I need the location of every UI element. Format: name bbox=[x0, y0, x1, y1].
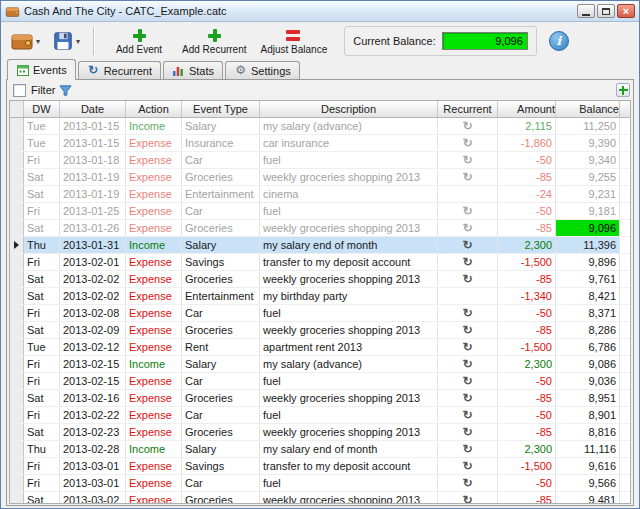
table-cell: Salary bbox=[182, 118, 260, 134]
table-cell bbox=[10, 220, 24, 236]
table-cell: fuel bbox=[260, 203, 438, 219]
table-row[interactable]: Sat2013-01-19ExpenseGroceriesweekly groc… bbox=[10, 169, 630, 186]
table-row[interactable]: Sat2013-02-09ExpenseGroceriesweekly groc… bbox=[10, 322, 630, 339]
table-cell: 9,231 bbox=[556, 186, 620, 202]
recurrent-icon: ↻ bbox=[462, 408, 472, 422]
table-row[interactable]: Sat2013-03-02ExpenseGroceriesweekly groc… bbox=[10, 492, 630, 504]
table-cell: ↻ bbox=[438, 152, 498, 168]
maximize-button[interactable] bbox=[597, 4, 615, 18]
column-header[interactable]: DW bbox=[24, 101, 60, 117]
table-cell: Sat bbox=[24, 322, 60, 338]
table-cell: Salary bbox=[182, 441, 260, 457]
table-cell: Expense bbox=[126, 271, 182, 287]
table-row[interactable]: Fri2013-01-18ExpenseCarfuel↻-509,340 bbox=[10, 152, 630, 169]
open-dropdown-arrow[interactable]: ▾ bbox=[36, 37, 40, 46]
table-cell: 2013-03-02 bbox=[60, 492, 126, 504]
table-row[interactable]: Tue2013-02-12ExpenseRentapartment rent 2… bbox=[10, 339, 630, 356]
table-cell: Entertainment bbox=[182, 186, 260, 202]
table-row[interactable]: Fri2013-02-15ExpenseCarfuel↻-509,036 bbox=[10, 373, 630, 390]
table-row[interactable]: Fri2013-02-15IncomeSalarymy salary (adva… bbox=[10, 356, 630, 373]
table-cell: 2,300 bbox=[498, 356, 556, 372]
table-cell: 8,371 bbox=[556, 305, 620, 321]
table-cell: 11,396 bbox=[556, 237, 620, 253]
add-event-button[interactable]: Add Event bbox=[110, 28, 168, 55]
table-row[interactable]: Fri2013-01-25ExpenseCarfuel↻-509,181 bbox=[10, 203, 630, 220]
table-row[interactable]: Fri2013-02-22ExpenseCarfuel↻-508,901 bbox=[10, 407, 630, 424]
tab-recurrent[interactable]: ↻ Recurrent bbox=[78, 61, 161, 79]
column-header[interactable]: Recurrent bbox=[438, 101, 498, 117]
recurrent-icon: ↻ bbox=[462, 136, 472, 150]
table-row[interactable]: Sat2013-01-19ExpenseEntertainmentcinema-… bbox=[10, 186, 630, 203]
table-row[interactable]: Fri2013-02-08ExpenseCarfuel↻-508,371 bbox=[10, 305, 630, 322]
table-cell: ↻ bbox=[438, 458, 498, 474]
table-row[interactable]: Sat2013-01-26ExpenseGroceriesweekly groc… bbox=[10, 220, 630, 237]
recurrent-icon: ↻ bbox=[462, 153, 472, 167]
table-row[interactable]: Sat2013-02-02ExpenseGroceriesweekly groc… bbox=[10, 271, 630, 288]
table-row[interactable]: Sat2013-02-16ExpenseGroceriesweekly groc… bbox=[10, 390, 630, 407]
table-cell: apartment rent 2013 bbox=[260, 339, 438, 355]
add-recurrent-label: Add Recurrent bbox=[182, 44, 246, 55]
adjust-balance-button[interactable]: Adjust Balance bbox=[261, 28, 328, 55]
maximize-icon bbox=[602, 8, 610, 15]
recurrent-icon: ↻ bbox=[462, 425, 472, 439]
tab-events[interactable]: Events bbox=[7, 59, 76, 80]
table-row[interactable]: Fri2013-03-01ExpenseSavingstransfer to m… bbox=[10, 458, 630, 475]
app-icon bbox=[5, 4, 20, 19]
filter-checkbox[interactable] bbox=[13, 84, 26, 97]
table-row[interactable]: Sat2013-02-02ExpenseEntertainmentmy birt… bbox=[10, 288, 630, 305]
open-file-button[interactable]: ▾ bbox=[7, 27, 43, 55]
table-cell: 2013-01-25 bbox=[60, 203, 126, 219]
column-header[interactable]: Description bbox=[260, 101, 438, 117]
table-row[interactable]: Fri2013-03-01ExpenseCarfuel↻-509,566 bbox=[10, 475, 630, 492]
table-cell: -85 bbox=[498, 322, 556, 338]
column-header[interactable]: Date bbox=[60, 101, 126, 117]
tab-stats[interactable]: Stats bbox=[163, 61, 223, 79]
table-row[interactable]: Thu2013-02-28IncomeSalarymy salary end o… bbox=[10, 441, 630, 458]
table-row[interactable]: Tue2013-01-15ExpenseInsurancecar insuran… bbox=[10, 135, 630, 152]
table-cell: Sat bbox=[24, 288, 60, 304]
table-cell: -50 bbox=[498, 152, 556, 168]
table-cell: ↻ bbox=[438, 169, 498, 185]
recurrent-icon: ↻ bbox=[462, 255, 472, 269]
column-header[interactable]: Amount bbox=[498, 101, 556, 117]
table-row[interactable]: Fri2013-02-01ExpenseSavingstransfer to m… bbox=[10, 254, 630, 271]
filter-expand-button[interactable] bbox=[616, 83, 630, 97]
table-row[interactable]: Tue2013-01-15IncomeSalarymy salary (adva… bbox=[10, 118, 630, 135]
table-row[interactable]: Sat2013-02-23ExpenseGroceriesweekly groc… bbox=[10, 424, 630, 441]
table-cell bbox=[10, 424, 24, 440]
table-cell: 2013-01-31 bbox=[60, 237, 126, 253]
save-file-button[interactable]: ▾ bbox=[49, 28, 83, 54]
tab-settings[interactable]: ⚙ Settings bbox=[225, 61, 300, 79]
table-cell: Fri bbox=[24, 373, 60, 389]
table-cell: Expense bbox=[126, 220, 182, 236]
column-header[interactable]: Action bbox=[126, 101, 182, 117]
close-icon: × bbox=[623, 6, 629, 16]
recurrent-icon: ↻ bbox=[462, 391, 472, 405]
table-cell: 9,255 bbox=[556, 169, 620, 185]
table-cell: ↻ bbox=[438, 424, 498, 440]
plus-icon bbox=[619, 86, 628, 95]
table-cell bbox=[10, 118, 24, 134]
column-header[interactable]: Event Type bbox=[182, 101, 260, 117]
table-cell: Fri bbox=[24, 475, 60, 491]
table-row[interactable]: Thu2013-01-31IncomeSalarymy salary end o… bbox=[10, 237, 630, 254]
info-button[interactable]: i bbox=[549, 31, 569, 51]
column-header[interactable]: Balance bbox=[556, 101, 620, 117]
table-cell: Expense bbox=[126, 407, 182, 423]
table-cell: fuel bbox=[260, 373, 438, 389]
table-cell: Fri bbox=[24, 254, 60, 270]
minimize-button[interactable] bbox=[577, 4, 595, 18]
save-dropdown-arrow[interactable]: ▾ bbox=[76, 37, 80, 46]
close-button[interactable]: × bbox=[617, 4, 635, 18]
table-cell: 2013-02-23 bbox=[60, 424, 126, 440]
recurrent-icon: ↻ bbox=[462, 221, 472, 235]
table-cell: 2013-02-02 bbox=[60, 271, 126, 287]
add-recurrent-button[interactable]: Add Recurrent bbox=[182, 28, 246, 55]
table-cell: 2013-02-15 bbox=[60, 373, 126, 389]
current-balance-field[interactable]: 9,096 bbox=[442, 32, 528, 50]
table-cell: 2013-01-15 bbox=[60, 135, 126, 151]
table-cell: Tue bbox=[24, 339, 60, 355]
table-cell: Entertainment bbox=[182, 288, 260, 304]
table-cell: cinema bbox=[260, 186, 438, 202]
table-cell bbox=[10, 237, 24, 253]
